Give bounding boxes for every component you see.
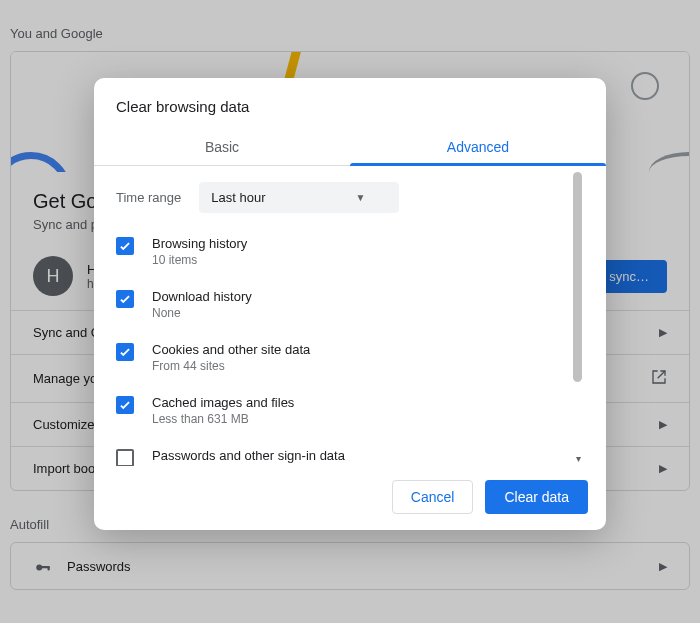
scrollbar-track[interactable]: ▾	[571, 166, 584, 466]
time-range-value: Last hour	[211, 190, 265, 205]
sub-download-history: None	[152, 306, 252, 320]
time-range-select[interactable]: Last hour ▼	[199, 182, 399, 213]
sub-passwords: None	[152, 465, 345, 466]
time-range-label: Time range	[116, 190, 181, 205]
sub-browsing-history: 10 items	[152, 253, 247, 267]
label-browsing-history: Browsing history	[152, 236, 247, 251]
clear-data-button[interactable]: Clear data	[485, 480, 588, 514]
label-cached: Cached images and files	[152, 395, 294, 410]
scroll-down-icon[interactable]: ▾	[576, 453, 581, 464]
clear-browsing-data-dialog: Clear browsing data Basic Advanced Time …	[94, 78, 606, 530]
sub-cookies: From 44 sites	[152, 359, 310, 373]
chevron-down-icon: ▼	[355, 192, 365, 203]
dialog-tabs: Basic Advanced	[94, 129, 606, 166]
checkbox-cached[interactable]	[116, 396, 134, 414]
label-passwords: Passwords and other sign-in data	[152, 448, 345, 463]
cancel-button[interactable]: Cancel	[392, 480, 474, 514]
label-download-history: Download history	[152, 289, 252, 304]
tab-basic[interactable]: Basic	[94, 129, 350, 165]
scrollbar-thumb[interactable]	[573, 172, 582, 382]
checkbox-browsing-history[interactable]	[116, 237, 134, 255]
sub-cached: Less than 631 MB	[152, 412, 294, 426]
dialog-title: Clear browsing data	[94, 78, 606, 129]
checkbox-download-history[interactable]	[116, 290, 134, 308]
dialog-footer: Cancel Clear data	[94, 466, 606, 530]
label-cookies: Cookies and other site data	[152, 342, 310, 357]
checkbox-passwords[interactable]	[116, 449, 134, 466]
tab-advanced[interactable]: Advanced	[350, 129, 606, 165]
checkbox-cookies[interactable]	[116, 343, 134, 361]
